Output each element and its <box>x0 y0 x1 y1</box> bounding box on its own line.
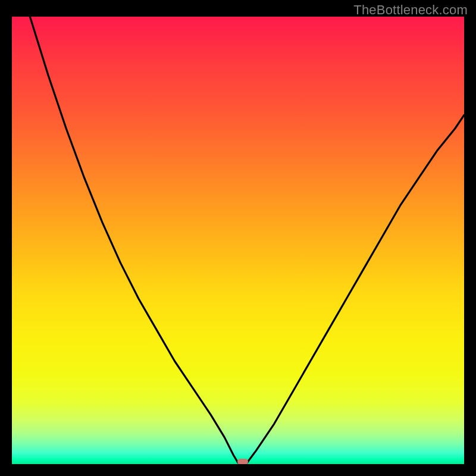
bottleneck-curve <box>12 17 464 464</box>
optimal-marker <box>237 459 248 464</box>
plot-area <box>12 17 464 464</box>
watermark-text: TheBottleneck.com <box>353 2 468 18</box>
chart-frame: TheBottleneck.com <box>0 0 476 476</box>
